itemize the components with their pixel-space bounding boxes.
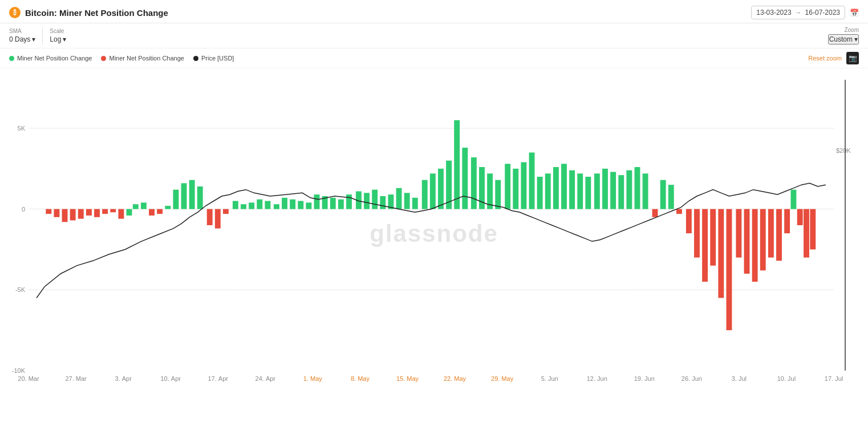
legend-label: Price [USD] — [201, 55, 234, 62]
date-range[interactable]: 13-03-2023 → 16-07-2023 — [751, 6, 845, 19]
chart-container: glassnode — [0, 68, 868, 399]
legend-item: Miner Net Position Change — [9, 55, 92, 62]
reset-zoom-button[interactable]: Reset zoom — [808, 55, 842, 62]
scale-label: Scale — [50, 28, 66, 34]
controls-bar: SMA 0 Days ▾ Scale Log ▾ Zoom Custom ▾ — [0, 23, 868, 48]
sma-label: SMA — [9, 28, 35, 34]
legend-dot — [9, 56, 14, 61]
date-end: 16-07-2023 — [805, 9, 840, 17]
date-start: 13-03-2023 — [756, 9, 791, 17]
zoom-select[interactable]: Custom ▾ — [828, 34, 859, 44]
legend-dot — [101, 56, 106, 61]
divider — [42, 27, 43, 44]
camera-icon[interactable]: 📷 — [846, 52, 859, 64]
scale-select[interactable]: Log ▾ — [50, 35, 66, 43]
btc-icon: ₿ — [9, 7, 21, 18]
legend-item: Miner Net Position Change — [101, 55, 184, 62]
sma-select[interactable]: 0 Days ▾ — [9, 35, 35, 43]
legend-dot — [193, 56, 198, 61]
legend-label: Miner Net Position Change — [17, 55, 92, 62]
legend-bar: Miner Net Position ChangeMiner Net Posit… — [0, 48, 868, 68]
chart-title: Bitcoin: Miner Net Position Change — [25, 8, 168, 18]
calendar-icon[interactable]: 📅 — [850, 9, 859, 17]
legend-item: Price [USD] — [193, 55, 234, 62]
legend-label: Miner Net Position Change — [109, 55, 184, 62]
header: ₿ Bitcoin: Miner Net Position Change 13-… — [0, 0, 868, 23]
zoom-label: Zoom — [844, 27, 859, 33]
date-range-arrow: → — [795, 9, 802, 17]
